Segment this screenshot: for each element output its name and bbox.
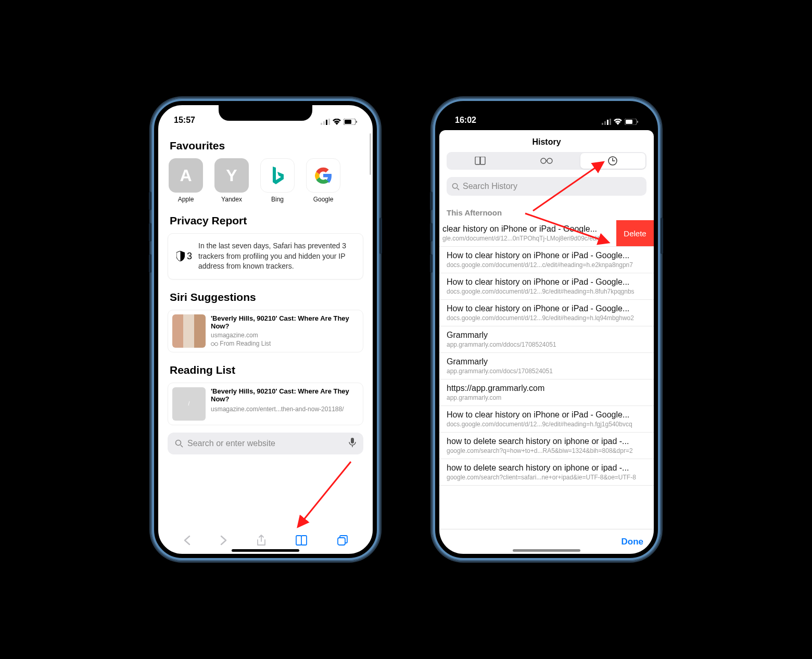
svg-point-8: [215, 343, 218, 346]
mic-icon[interactable]: [349, 438, 356, 449]
history-row-title: how to delete search history on iphone o…: [447, 463, 646, 473]
favourite-yandex[interactable]: Y Yandex: [213, 158, 250, 203]
svg-point-22: [547, 158, 552, 163]
svg-rect-2: [326, 120, 327, 125]
wifi-icon: [333, 119, 341, 125]
share-button[interactable]: [257, 535, 266, 548]
svg-rect-16: [607, 120, 608, 125]
status-time: 16:02: [455, 116, 476, 125]
history-row[interactable]: Grammarlyapp.grammarly.com/ddocs/1708524…: [439, 326, 654, 353]
favourite-tile: A: [169, 158, 203, 193]
suggestion-title: 'Beverly Hills, 90210' Cast: Where Are T…: [211, 314, 359, 331]
history-row[interactable]: how to delete search history on iphone o…: [439, 459, 654, 486]
siri-suggestion-card[interactable]: 'Beverly Hills, 90210' Cast: Where Are T…: [168, 310, 363, 352]
history-row[interactable]: https://app.grammarly.comapp.grammarly.c…: [439, 379, 654, 406]
cellular-icon: [321, 119, 330, 125]
history-row[interactable]: How to clear history on iPhone or iPad -…: [439, 406, 654, 433]
favourites-row: A Apple Y Yandex Bing Goog: [168, 158, 363, 203]
history-list[interactable]: clear history on iPhone or iPad - Google…: [439, 220, 654, 529]
search-placeholder: Search or enter website: [187, 439, 275, 448]
favourite-bing[interactable]: Bing: [259, 158, 296, 203]
home-indicator[interactable]: [232, 549, 299, 552]
forward-button[interactable]: [220, 535, 227, 548]
battery-icon: [344, 119, 357, 125]
reading-list-card[interactable]: / 'Beverly Hills, 90210' Cast: Where Are…: [168, 383, 363, 425]
svg-rect-14: [602, 123, 603, 125]
bing-icon: [270, 165, 285, 186]
seg-bookmarks[interactable]: [448, 153, 513, 169]
svg-rect-5: [345, 120, 351, 124]
svg-line-10: [181, 445, 183, 447]
status-icons: [602, 119, 638, 125]
google-icon: [313, 165, 334, 186]
history-row-url: docs.google.com/document/d/12...9c/edit#…: [447, 288, 646, 295]
suggestion-from: From Reading List: [211, 340, 359, 347]
favourite-apple[interactable]: A Apple: [168, 158, 204, 203]
history-row-url: app.grammarly.com/docs/1708524051: [447, 367, 646, 375]
glasses-icon: [540, 158, 553, 164]
svg-point-9: [176, 440, 181, 445]
svg-rect-19: [626, 120, 632, 124]
done-button[interactable]: Done: [621, 537, 644, 547]
seg-reading-list[interactable]: [514, 153, 579, 169]
bookmarks-segmented-control[interactable]: [447, 152, 646, 170]
privacy-title: Privacy Report: [170, 214, 363, 227]
home-indicator[interactable]: [513, 549, 580, 552]
svg-rect-11: [351, 438, 354, 443]
history-row-url: docs.google.com/document/d/12...9c/edit#…: [447, 314, 646, 322]
reading-thumbnail: /: [172, 387, 206, 421]
address-bar[interactable]: Search or enter website: [168, 433, 363, 454]
privacy-card[interactable]: 3 In the last seven days, Safari has pre…: [168, 233, 363, 280]
svg-rect-0: [321, 123, 322, 125]
history-search[interactable]: Search History: [447, 177, 646, 196]
history-row-title: how to delete search history on iphone o…: [447, 437, 646, 446]
svg-rect-20: [637, 121, 638, 123]
svg-rect-3: [328, 119, 330, 125]
history-section-header: This Afternoon: [439, 201, 654, 220]
favourite-label: Google: [313, 196, 334, 203]
history-row-title: Grammarly: [447, 331, 646, 340]
seg-history[interactable]: [580, 153, 645, 169]
history-row-title: Grammarly: [447, 357, 646, 366]
notch: [500, 105, 593, 121]
back-button[interactable]: [183, 535, 191, 548]
history-row[interactable]: How to clear history on iPhone or iPad -…: [439, 300, 654, 326]
svg-rect-6: [356, 121, 357, 123]
svg-line-25: [457, 188, 459, 190]
history-row[interactable]: how to delete search history on iphone o…: [439, 433, 654, 459]
status-icons: [321, 119, 357, 125]
svg-point-7: [211, 343, 214, 346]
search-icon: [175, 439, 183, 448]
history-row[interactable]: How to clear history on iPhone or iPad -…: [439, 273, 654, 300]
history-row[interactable]: How to clear history on iPhone or iPad -…: [439, 247, 654, 273]
history-row-title: How to clear history on iPhone or iPad -…: [447, 251, 646, 260]
favourite-google[interactable]: Google: [305, 158, 341, 203]
history-row[interactable]: Grammarlyapp.grammarly.com/docs/17085240…: [439, 353, 654, 379]
reading-list-title: Reading List: [170, 364, 363, 376]
favourite-label: Yandex: [221, 196, 242, 203]
history-row-url: gle.com/document/d/12...0nTPOhqTj-LMoj8e…: [442, 235, 615, 242]
scrollbar[interactable]: [370, 133, 371, 175]
history-title: History: [439, 130, 654, 152]
bookmarks-button[interactable]: [295, 535, 308, 548]
history-search-placeholder: Search History: [463, 182, 517, 191]
phone-safari-home: 15:57 Favourites A Apple Y Yandex: [151, 98, 380, 561]
history-row-swiped[interactable]: clear history on iPhone or iPad - Google…: [439, 220, 654, 247]
history-row-url: google.com/search?q=how+to+d...RA5&biw=1…: [447, 447, 646, 454]
tabs-button[interactable]: [337, 535, 348, 548]
favourite-tile: [260, 158, 295, 193]
history-row-url: app.grammarly.com: [447, 394, 646, 401]
favourite-label: Bing: [271, 196, 284, 203]
favourite-label: Apple: [178, 196, 194, 203]
privacy-text: In the last seven days, Safari has preve…: [198, 241, 354, 272]
cellular-icon: [602, 119, 611, 125]
favourites-title: Favourites: [170, 140, 363, 152]
history-row-title: How to clear history on iPhone or iPad -…: [447, 277, 646, 287]
shield-icon: 3: [176, 251, 192, 262]
reading-item-title: 'Beverly Hills, 90210' Cast: Where Are T…: [211, 387, 359, 403]
delete-button[interactable]: Delete: [616, 220, 654, 246]
history-row-url: docs.google.com/document/d/12...9c/edit#…: [447, 421, 646, 428]
suggestion-source: usmagazine.com: [211, 332, 359, 339]
history-row-title: How to clear history on iPhone or iPad -…: [447, 304, 646, 313]
history-row-url: docs.google.com/document/d/12...c/edit#h…: [447, 261, 646, 269]
